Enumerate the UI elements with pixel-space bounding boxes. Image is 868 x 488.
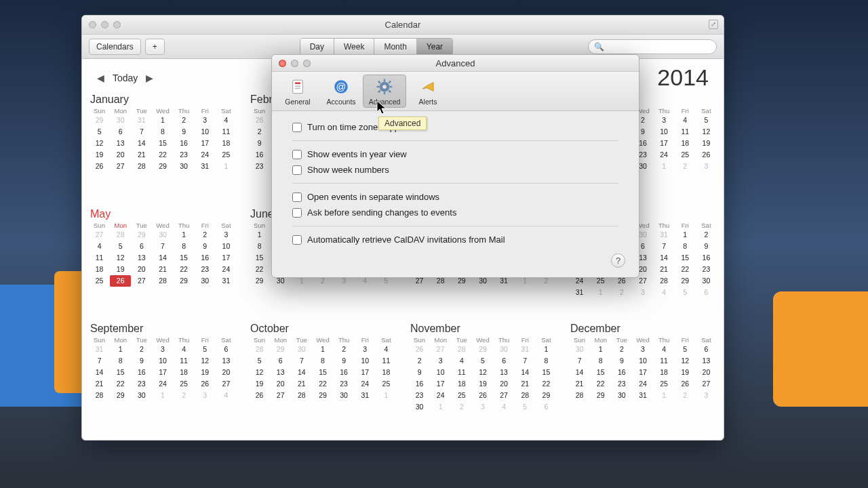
- day[interactable]: 8: [312, 355, 333, 367]
- day[interactable]: 11: [174, 355, 195, 367]
- day[interactable]: 12: [472, 367, 493, 378]
- day[interactable]: 2: [334, 344, 355, 355]
- day-out[interactable]: 2: [675, 390, 696, 401]
- day[interactable]: 19: [675, 367, 696, 378]
- day[interactable]: 9: [174, 126, 195, 138]
- day[interactable]: 13: [216, 355, 237, 367]
- day[interactable]: 31: [569, 287, 590, 298]
- day[interactable]: 28: [654, 275, 675, 287]
- day[interactable]: 9: [334, 355, 355, 367]
- day[interactable]: 7: [131, 126, 152, 138]
- day[interactable]: 5: [249, 355, 270, 367]
- tab-alerts[interactable]: Alerts: [406, 75, 450, 108]
- day[interactable]: 9: [696, 241, 717, 252]
- day[interactable]: 27: [696, 378, 717, 390]
- day[interactable]: 11: [451, 367, 472, 378]
- day-out[interactable]: 1: [654, 390, 675, 401]
- day[interactable]: 2: [174, 115, 195, 126]
- day[interactable]: 25: [216, 149, 237, 161]
- day-out[interactable]: 1: [376, 390, 397, 401]
- day[interactable]: 10: [195, 126, 216, 138]
- day[interactable]: 5: [696, 115, 717, 126]
- day[interactable]: 29: [590, 390, 611, 401]
- day[interactable]: 12: [89, 138, 110, 149]
- day[interactable]: 22: [249, 264, 270, 275]
- fullscreen-button[interactable]: ⤢: [709, 20, 718, 29]
- day[interactable]: 16: [195, 252, 216, 264]
- day-out[interactable]: 31: [515, 344, 536, 355]
- day[interactable]: 19: [249, 378, 270, 390]
- checkbox-week-numbers[interactable]: [292, 165, 302, 175]
- day[interactable]: 9: [195, 241, 216, 252]
- day[interactable]: 3: [654, 115, 675, 126]
- option-caldav[interactable]: Automatically retrieve CalDAV invitation…: [292, 233, 618, 246]
- day[interactable]: 13: [131, 252, 152, 264]
- day[interactable]: 18: [376, 367, 397, 378]
- day-out[interactable]: 30: [110, 115, 131, 126]
- day[interactable]: 1: [675, 229, 696, 241]
- day-out[interactable]: 6: [696, 287, 717, 298]
- day[interactable]: 17: [654, 138, 675, 149]
- day[interactable]: 18: [216, 138, 237, 149]
- day[interactable]: 30: [195, 275, 216, 287]
- day[interactable]: 15: [312, 367, 333, 378]
- day-out[interactable]: 26: [409, 344, 430, 355]
- day[interactable]: 27: [216, 378, 237, 390]
- day[interactable]: 18: [451, 378, 472, 390]
- checkbox-separate-windows[interactable]: [292, 192, 302, 202]
- day[interactable]: 4: [89, 241, 110, 252]
- day[interactable]: 13: [110, 138, 131, 149]
- option-ask-changes[interactable]: Ask before sending changes to events: [292, 206, 618, 219]
- day-out[interactable]: 1: [152, 390, 173, 401]
- day[interactable]: 15: [110, 367, 131, 378]
- day[interactable]: 4: [376, 344, 397, 355]
- checkbox-timezone[interactable]: [292, 123, 302, 132]
- day-out[interactable]: 1: [590, 287, 611, 298]
- day[interactable]: 5: [195, 344, 216, 355]
- day-out[interactable]: 29: [472, 344, 493, 355]
- day[interactable]: 26: [675, 378, 696, 390]
- day[interactable]: 15: [675, 252, 696, 264]
- day[interactable]: 21: [131, 149, 152, 161]
- day[interactable]: 28: [89, 390, 110, 401]
- day[interactable]: 6: [110, 126, 131, 138]
- day[interactable]: 4: [675, 115, 696, 126]
- day[interactable]: 7: [89, 355, 110, 367]
- day[interactable]: 14: [131, 138, 152, 149]
- day[interactable]: 12: [696, 126, 717, 138]
- day-out[interactable]: 4: [494, 401, 515, 413]
- day[interactable]: 17: [216, 252, 237, 264]
- day[interactable]: 1: [590, 344, 611, 355]
- day[interactable]: 1: [312, 344, 333, 355]
- day[interactable]: 26: [472, 390, 493, 401]
- day[interactable]: 19: [89, 149, 110, 161]
- day[interactable]: 25: [654, 378, 675, 390]
- option-timezone[interactable]: Turn on time zone support: [292, 121, 618, 134]
- day[interactable]: 4: [216, 115, 237, 126]
- day[interactable]: 25: [89, 275, 110, 287]
- day[interactable]: 20: [216, 367, 237, 378]
- day[interactable]: 2: [696, 229, 717, 241]
- day[interactable]: 3: [195, 115, 216, 126]
- day[interactable]: 21: [291, 378, 312, 390]
- day[interactable]: 23: [131, 378, 152, 390]
- day[interactable]: 26: [696, 149, 717, 161]
- day[interactable]: 22: [675, 264, 696, 275]
- day-out[interactable]: 3: [632, 287, 653, 298]
- day-out[interactable]: 3: [472, 401, 493, 413]
- day[interactable]: 2: [409, 355, 430, 367]
- day-out[interactable]: 29: [270, 344, 291, 355]
- day-out[interactable]: 1: [216, 161, 237, 172]
- day[interactable]: 28: [291, 390, 312, 401]
- day[interactable]: 4: [451, 355, 472, 367]
- day-out[interactable]: 4: [654, 287, 675, 298]
- day-out[interactable]: 3: [195, 390, 216, 401]
- day[interactable]: 22: [174, 264, 195, 275]
- day[interactable]: 10: [216, 241, 237, 252]
- next-button[interactable]: ▶: [142, 73, 157, 83]
- day[interactable]: 21: [569, 378, 590, 390]
- day[interactable]: 10: [654, 126, 675, 138]
- prev-button[interactable]: ◀: [93, 73, 108, 83]
- day[interactable]: 12: [195, 355, 216, 367]
- day[interactable]: 31: [195, 161, 216, 172]
